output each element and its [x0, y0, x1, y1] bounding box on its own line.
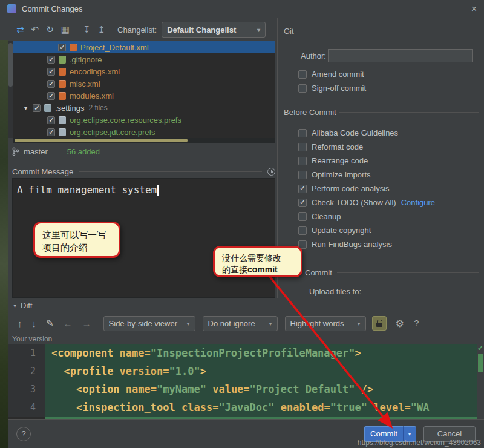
checkbox-label: Alibaba Code Guidelines — [312, 128, 398, 137]
edit-source-icon[interactable]: ✎ — [46, 318, 54, 329]
file-checkbox[interactable] — [47, 80, 55, 88]
watermark: https://blog.csdn.net/weixin_43902063 — [358, 438, 481, 447]
screen: Commit Changes × ⇄↶↻▦↧↥ Changelist: Defa… — [0, 0, 484, 448]
line-number: 2 — [8, 362, 45, 380]
expand-all-icon[interactable]: ↧ — [83, 24, 91, 35]
configure-link[interactable]: Configure — [401, 198, 435, 207]
tree-row-modules-xml[interactable]: modules.xml — [13, 90, 275, 102]
lock-button[interactable] — [372, 316, 387, 331]
checkbox-sign-off-commit[interactable] — [298, 84, 307, 93]
file-checkbox[interactable] — [47, 128, 55, 136]
combo-value: Side-by-side viewer — [109, 319, 182, 328]
file-checkbox[interactable] — [33, 104, 41, 112]
checkbox-label: Rearrange code — [312, 156, 368, 165]
checkbox-update-copyright[interactable] — [298, 226, 307, 235]
annotation-callout-commit: 没什么需要修改 的直接commit — [213, 246, 302, 277]
tree-row-encodings-xml[interactable]: encodings.xml — [13, 65, 275, 77]
checkbox-optimize-imports[interactable] — [298, 171, 307, 179]
commit-message-header: Commit Message — [12, 167, 275, 176]
checkbox-label: Optimize imports — [312, 170, 371, 179]
tree-row-org-eclipse-core-resources-prefs[interactable]: org.eclipse.core.resources.prefs — [13, 114, 275, 126]
commit-button-label: Commit — [370, 429, 397, 438]
tree-row-project-default-xml[interactable]: Project_Default.xml — [13, 41, 275, 53]
viewer-select[interactable]: Side-by-side viewer▾ — [103, 316, 195, 331]
annotation-callout-message: 这里可以写一写 项目的介绍 — [33, 222, 120, 258]
tree-row-settings[interactable]: ▾.settings2 files — [13, 102, 275, 114]
annotation-text: 的直接commit — [222, 264, 293, 275]
check-row-perform-code-analysis: Perform code analysis — [298, 182, 435, 196]
annotation-text: 没什么需要修改 — [222, 252, 293, 264]
checkbox-amend-commit[interactable] — [298, 70, 307, 79]
editor-scrollbar[interactable]: ✓ — [477, 344, 484, 419]
check-row-amend-commit: Amend commit — [298, 67, 366, 81]
refresh-icon[interactable]: ↻ — [46, 24, 54, 35]
file-count: 2 files — [88, 104, 107, 112]
checkbox-check-todo-show-all[interactable] — [298, 199, 307, 207]
author-input[interactable] — [328, 49, 473, 62]
next-difference-icon[interactable]: ↓ — [32, 318, 37, 329]
check-row-run-findbugs-analysis: Run FindBugs analysis — [298, 237, 435, 251]
xml-file-icon — [70, 44, 77, 51]
next-change-icon[interactable]: → — [82, 318, 91, 329]
change-marker — [478, 354, 483, 372]
file-name: .settings — [55, 104, 84, 113]
code-text: <component name="InspectionProjectProfil… — [45, 344, 484, 362]
group-by-icon[interactable]: ▦ — [61, 24, 70, 35]
check-row-alibaba-code-guidelines: Alibaba Code Guidelines — [298, 126, 435, 140]
tree-row-org-eclipse-jdt-core-prefs[interactable]: org.eclipse.jdt.core.prefs — [13, 126, 275, 138]
check-row-cleanup: Cleanup — [298, 209, 435, 223]
code-line: 1<component name="InspectionProjectProfi… — [8, 344, 484, 362]
chevron-down-icon: ▾ — [269, 320, 272, 327]
tree-horizontal-scrollbar[interactable] — [13, 138, 275, 143]
titlebar: Commit Changes × — [0, 0, 484, 18]
changelist-combo[interactable]: Default Changelist ▾ — [162, 22, 266, 38]
editor-settings-button[interactable]: ⚙ — [393, 316, 407, 331]
line-number: 1 — [8, 344, 45, 362]
diff-section-header[interactable]: ▾ Diff — [8, 298, 484, 312]
file-checkbox[interactable] — [47, 116, 55, 124]
author-label: Author: — [301, 51, 326, 61]
tree-vertical-scrollbar[interactable] — [8, 41, 13, 138]
close-button[interactable]: × — [471, 4, 477, 14]
check-row-reformat-code: Reformat code — [298, 140, 435, 154]
checkbox-label: Sign-off commit — [312, 84, 366, 93]
git-options: Amend commitSign-off commit — [298, 67, 366, 95]
expand-arrow-icon[interactable]: ▾ — [24, 105, 33, 111]
annotation-text: 这里可以写一写 — [42, 228, 111, 241]
scrollbar-thumb[interactable] — [15, 139, 188, 142]
folder-icon — [44, 104, 51, 112]
divider — [301, 31, 479, 31]
scrollbar-thumb[interactable] — [8, 43, 13, 87]
help-button[interactable]: ? — [16, 427, 31, 441]
divider — [337, 272, 479, 273]
code-text: <option name="myName" value="Project Def… — [45, 380, 484, 398]
collapse-all-icon[interactable]: ↥ — [98, 24, 106, 35]
show-diff-icon[interactable]: ⇄ — [16, 24, 24, 35]
tree-row-misc-xml[interactable]: misc.xml — [13, 77, 275, 90]
xml-file-icon — [59, 80, 66, 88]
checkbox-label: Perform code analysis — [312, 184, 390, 193]
file-checkbox[interactable] — [47, 56, 55, 64]
ignore-select[interactable]: Do not ignore▾ — [203, 316, 278, 331]
checkbox-reformat-code[interactable] — [298, 143, 307, 151]
checkbox-alibaba-code-guidelines[interactable] — [298, 129, 307, 137]
tree-row-gitignore[interactable]: .gitignore — [13, 53, 275, 65]
diff-help-icon[interactable]: ? — [414, 318, 419, 328]
collapse-arrow-icon: ▾ — [13, 302, 16, 309]
checkbox-label: Check TODO (Show All) — [312, 198, 396, 207]
file-checkbox[interactable] — [58, 44, 66, 51]
branch-name[interactable]: master — [24, 147, 48, 156]
highlight-select[interactable]: Highlight words▾ — [285, 316, 366, 331]
file-checkbox[interactable] — [47, 92, 55, 100]
rollback-icon[interactable]: ↶ — [31, 24, 39, 35]
checkbox-cleanup[interactable] — [298, 212, 307, 221]
diff-label: Diff — [21, 301, 32, 310]
previous-change-icon[interactable]: ← — [64, 318, 73, 329]
diff-editor[interactable]: 1<component name="InspectionProjectProfi… — [8, 344, 484, 419]
file-checkbox[interactable] — [47, 68, 55, 76]
file-name: encodings.xml — [70, 67, 120, 76]
checkbox-perform-code-analysis[interactable] — [298, 185, 307, 193]
message-history-icon[interactable] — [267, 168, 275, 176]
previous-difference-icon[interactable]: ↑ — [18, 318, 22, 329]
checkbox-rearrange-code[interactable] — [298, 157, 307, 165]
